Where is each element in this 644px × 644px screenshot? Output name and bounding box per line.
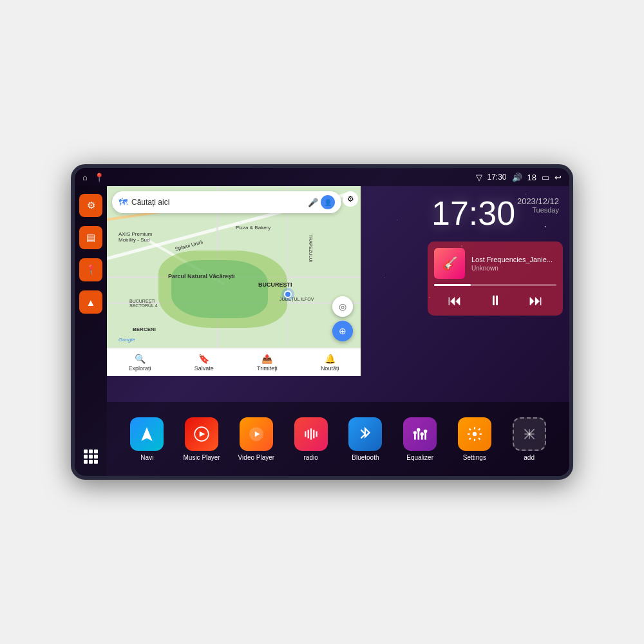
map-nav-saved[interactable]: 🔖 Salvate [194, 354, 214, 372]
status-left: ⌂ 📍 [82, 173, 104, 182]
settings-app-icon [458, 417, 491, 451]
music-next-btn[interactable]: ⏭ [529, 292, 543, 309]
app-equalizer-label: Equalizer [406, 454, 433, 461]
app-music-player[interactable]: Music Player [179, 417, 224, 461]
map-label-sector4: BUCUREȘTISECTORUL 4 [129, 299, 158, 308]
clock-widget: 17:30 2023/12/12 Tuesday [421, 186, 569, 236]
files-icon: ▤ [86, 232, 95, 243]
map-bottom-bar: 🔍 Explorați 🔖 Salvate 📤 Trimiteți 🔔 Nout… [107, 348, 361, 376]
status-time: 17:30 [488, 173, 507, 182]
main-content: AXIS PremiumMobility - Sud Splaiui Uniri… [107, 186, 569, 476]
map-search-text[interactable]: Căutați aici [131, 198, 305, 207]
music-thumbnail: 🎸 [434, 248, 465, 279]
app-bluetooth[interactable]: Bluetooth [343, 417, 388, 461]
equalizer-icon [403, 417, 437, 451]
sidebar-nav-btn[interactable]: ▲ [79, 290, 102, 314]
map-search-bar[interactable]: 🗺 Căutați aici 🎤 👤 [112, 191, 341, 213]
battery-icon: ▭ [542, 173, 549, 182]
clock-day: Tuesday [517, 206, 559, 214]
map-label-bucuresti: BUCUREȘTI [258, 281, 292, 288]
map-icon: 📍 [85, 264, 97, 276]
clock-time: 17:30 [431, 196, 515, 230]
clock-date-block: 2023/12/12 Tuesday [517, 196, 559, 214]
music-text: Lost Frequencies_Janie... Unknown [471, 256, 556, 272]
back-icon[interactable]: ↩ [554, 173, 562, 182]
location-icon[interactable]: 📍 [94, 173, 104, 182]
app-add[interactable]: add [507, 417, 552, 461]
battery-number: 18 [527, 173, 536, 182]
svg-point-15 [473, 431, 477, 436]
sidebar-files-btn[interactable]: ▤ [79, 226, 102, 249]
app-video-player[interactable]: Video Player [234, 417, 279, 461]
map-label-berceni: BERCENI [133, 327, 156, 332]
device: ⌂ 📍 ▽ 17:30 🔊 18 ▭ ↩ ⚙ ▤ 📍 [71, 164, 573, 480]
send-icon: 📤 [261, 354, 272, 364]
music-pause-btn[interactable]: ⏸ [488, 292, 502, 309]
app-navi-label: Navi [140, 454, 153, 461]
map-label-trapezului: TRAPEZULUI [308, 234, 313, 263]
sidebar-map-btn[interactable]: 📍 [79, 258, 102, 281]
send-label: Trimiteți [257, 365, 278, 372]
nav-arrow-icon: ▲ [86, 297, 96, 308]
music-artist: Unknown [471, 265, 556, 272]
left-sidebar: ⚙ ▤ 📍 ▲ [75, 186, 107, 476]
music-title: Lost Frequencies_Janie... [471, 256, 556, 263]
map-label-google: Google [118, 337, 135, 343]
settings-icon: ⚙ [87, 200, 95, 211]
wifi-icon: ▽ [476, 173, 482, 182]
app-video-player-label: Video Player [238, 454, 275, 461]
apps-grid-icon [84, 450, 98, 464]
map-area[interactable]: AXIS PremiumMobility - Sud Splaiui Uniri… [107, 186, 361, 376]
music-prev-btn[interactable]: ⏮ [448, 292, 462, 309]
app-radio[interactable]: radio [289, 417, 334, 461]
music-progress-bar[interactable] [434, 284, 556, 286]
map-label-ilfov: JUDEȚUL ILFOV [279, 297, 314, 301]
map-nav-news[interactable]: 🔔 Noutăți [321, 354, 339, 372]
music-controls: ⏮ ⏸ ⏭ [434, 292, 556, 309]
music-progress-fill [434, 284, 471, 286]
saved-label: Salvate [194, 365, 214, 372]
saved-icon: 🔖 [198, 354, 209, 364]
status-bar: ⌂ 📍 ▽ 17:30 🔊 18 ▭ ↩ [75, 168, 569, 186]
app-equalizer[interactable]: Equalizer [397, 417, 442, 461]
map-settings-btn[interactable]: ⚙ [343, 191, 358, 207]
radio-icon [294, 417, 328, 451]
map-label-axis: AXIS PremiumMobility - Sud [118, 231, 152, 243]
svg-point-14 [424, 429, 427, 432]
svg-point-11 [413, 431, 417, 434]
app-navi[interactable]: Navi [124, 417, 169, 461]
right-panel: 17:30 2023/12/12 Tuesday 🎸 Lost Frequenc… [421, 186, 569, 376]
news-icon: 🔔 [325, 354, 336, 364]
location-dot [284, 290, 292, 298]
map-nav-explore[interactable]: 🔍 Explorați [129, 354, 151, 372]
music-widget: 🎸 Lost Frequencies_Janie... Unknown ⏮ ⏸ … [428, 242, 563, 316]
video-player-icon [240, 417, 273, 451]
app-settings-label: Settings [463, 454, 486, 461]
app-radio-label: radio [304, 454, 318, 461]
svg-point-12 [417, 428, 420, 431]
music-player-icon [185, 417, 218, 451]
microphone-icon[interactable]: 🎤 [308, 198, 318, 207]
app-add-label: add [524, 454, 535, 461]
map-label-park: Parcul Natural Văcărești [168, 273, 235, 279]
map-locate-btn[interactable]: ◎ [332, 296, 353, 317]
explore-label: Explorați [129, 365, 151, 372]
app-grid: Navi Music Player Video Player [107, 402, 569, 476]
bluetooth-icon [348, 417, 382, 451]
news-label: Noutăți [321, 365, 339, 372]
home-icon[interactable]: ⌂ [82, 173, 88, 182]
app-settings[interactable]: Settings [452, 417, 497, 461]
sidebar-settings-btn[interactable]: ⚙ [79, 194, 102, 217]
map-pin-btn[interactable]: ⊕ [332, 321, 353, 341]
clock-date: 2023/12/12 [517, 196, 559, 206]
map-label-pizza: Pizza & Bakery [236, 225, 270, 231]
navi-icon [130, 417, 164, 451]
app-music-player-label: Music Player [184, 454, 220, 461]
explore-icon: 🔍 [135, 354, 146, 364]
add-app-icon [513, 417, 546, 451]
status-right: ▽ 17:30 🔊 18 ▭ ↩ [476, 173, 562, 182]
svg-point-13 [421, 432, 424, 435]
volume-icon: 🔊 [512, 173, 522, 182]
map-nav-send[interactable]: 📤 Trimiteți [257, 354, 278, 372]
sidebar-apps-btn[interactable] [79, 445, 102, 468]
